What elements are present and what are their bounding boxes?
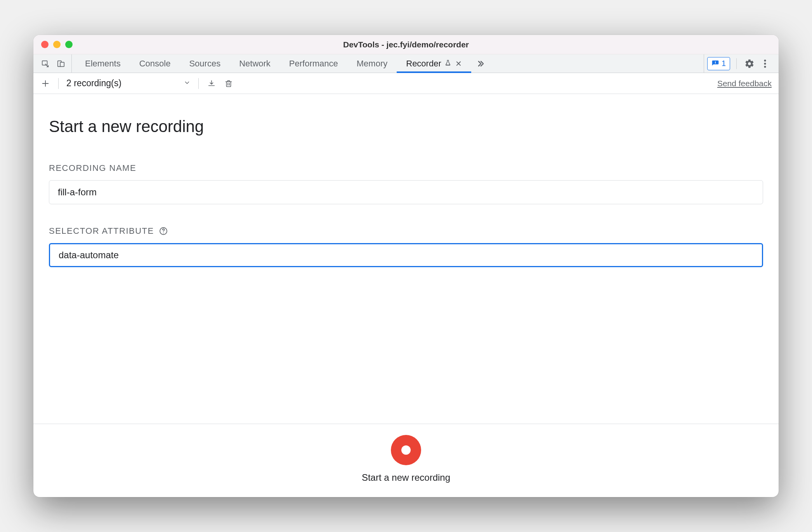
divider bbox=[198, 78, 199, 89]
tab-performance[interactable]: Performance bbox=[280, 54, 347, 73]
start-recording-button[interactable] bbox=[391, 435, 421, 465]
tab-console[interactable]: Console bbox=[130, 54, 180, 73]
export-icon[interactable] bbox=[206, 78, 217, 89]
divider bbox=[736, 58, 737, 69]
recording-name-label: Recording Name bbox=[49, 163, 136, 173]
traffic-lights bbox=[41, 41, 73, 48]
record-caption: Start a new recording bbox=[362, 472, 450, 483]
svg-point-4 bbox=[764, 63, 766, 64]
tab-label: Network bbox=[239, 59, 271, 69]
tab-label: Console bbox=[139, 59, 171, 69]
right-tools: 1 bbox=[704, 54, 775, 73]
selector-attribute-group: Selector Attribute bbox=[49, 226, 763, 267]
kebab-menu-icon[interactable] bbox=[758, 57, 772, 70]
tab-elements[interactable]: Elements bbox=[76, 54, 130, 73]
recording-name-group: Recording Name bbox=[49, 163, 763, 204]
tab-sources[interactable]: Sources bbox=[180, 54, 230, 73]
experiment-flask-icon bbox=[444, 59, 451, 69]
tab-network[interactable]: Network bbox=[230, 54, 280, 73]
close-window-button[interactable] bbox=[41, 41, 49, 48]
dropdown-label: 2 recording(s) bbox=[66, 78, 121, 89]
minimize-window-button[interactable] bbox=[53, 41, 61, 48]
add-recording-icon[interactable] bbox=[40, 78, 50, 89]
recorder-toolbar: 2 recording(s) Send feedback bbox=[33, 73, 779, 94]
inspect-tools bbox=[37, 54, 72, 73]
svg-point-3 bbox=[764, 59, 766, 61]
divider bbox=[58, 78, 59, 89]
tab-strip: Elements Console Sources Network Perform… bbox=[33, 54, 779, 73]
tab-label: Memory bbox=[357, 59, 387, 69]
footer: Start a new recording bbox=[33, 424, 779, 497]
devtools-window: DevTools - jec.fyi/demo/recorder Element… bbox=[33, 35, 779, 497]
help-icon[interactable] bbox=[159, 226, 168, 236]
tab-recorder[interactable]: Recorder ✕ bbox=[397, 54, 471, 73]
svg-rect-2 bbox=[60, 62, 64, 66]
send-feedback-link[interactable]: Send feedback bbox=[717, 79, 772, 88]
window-title: DevTools - jec.fyi/demo/recorder bbox=[41, 40, 771, 49]
delete-icon[interactable] bbox=[224, 78, 234, 89]
title-bar: DevTools - jec.fyi/demo/recorder bbox=[33, 35, 779, 54]
svg-point-5 bbox=[764, 66, 766, 68]
tabs: Elements Console Sources Network Perform… bbox=[76, 54, 701, 73]
recordings-dropdown[interactable]: 2 recording(s) bbox=[66, 78, 125, 89]
recording-name-input[interactable] bbox=[49, 180, 763, 204]
record-icon bbox=[401, 445, 411, 455]
chevron-down-icon[interactable] bbox=[184, 79, 191, 88]
selector-attribute-label: Selector Attribute bbox=[49, 226, 154, 236]
settings-icon[interactable] bbox=[743, 57, 756, 70]
tab-memory[interactable]: Memory bbox=[347, 54, 397, 73]
issues-button[interactable]: 1 bbox=[707, 57, 730, 70]
tab-label: Sources bbox=[189, 59, 220, 69]
page-title: Start a new recording bbox=[49, 117, 763, 136]
toolbar-left: 2 recording(s) bbox=[40, 78, 717, 89]
selector-attribute-input[interactable] bbox=[49, 243, 763, 267]
more-tabs-icon[interactable] bbox=[471, 54, 490, 73]
content: Start a new recording Recording Name Sel… bbox=[33, 94, 779, 424]
inspect-element-icon[interactable] bbox=[40, 59, 50, 69]
tab-label: Recorder bbox=[406, 59, 441, 69]
tab-label: Performance bbox=[289, 59, 338, 69]
svg-rect-0 bbox=[42, 61, 47, 65]
close-tab-icon[interactable]: ✕ bbox=[455, 59, 462, 68]
device-toolbar-icon[interactable] bbox=[56, 59, 66, 69]
tab-label: Elements bbox=[85, 59, 121, 69]
issues-count: 1 bbox=[722, 59, 726, 68]
maximize-window-button[interactable] bbox=[65, 41, 73, 48]
